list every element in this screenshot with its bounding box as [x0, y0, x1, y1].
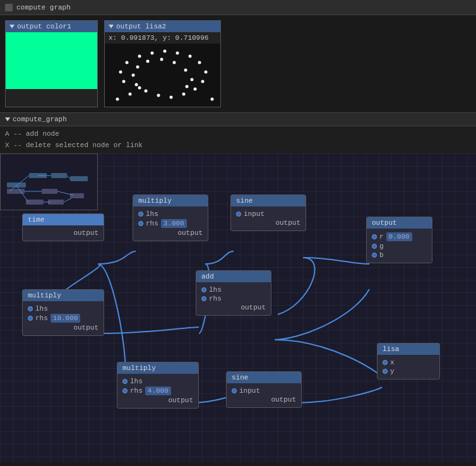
- svg-point-6: [151, 52, 154, 55]
- port-m2-rhs-dot: [28, 316, 33, 321]
- node-time[interactable]: time output: [22, 213, 104, 241]
- scatter-coords: x: 0.991873, y: 0.710996: [105, 32, 220, 44]
- output-lisa2-panel: output lisa2 x: 0.991873, y: 0.710996: [104, 20, 221, 107]
- color-preview: [6, 32, 97, 89]
- svg-point-1: [138, 87, 141, 90]
- output-lisa2-label: output lisa2: [116, 23, 166, 30]
- port-m2-rhs: rhs 10.000: [28, 314, 98, 323]
- svg-point-24: [184, 69, 187, 72]
- node-lisa-body: x y: [378, 355, 439, 379]
- port-m1-rhs: rhs 3.000: [138, 219, 203, 228]
- port-add-lhs-label: lhs: [209, 286, 222, 294]
- node-sine2-body: input output: [227, 383, 301, 407]
- scatter-canvas: [105, 44, 220, 107]
- port-m2-rhs-label: rhs: [35, 314, 48, 322]
- port-s2-output: output: [232, 396, 296, 403]
- port-s2-input-label: input: [239, 387, 260, 395]
- svg-point-28: [116, 98, 119, 101]
- port-m3-rhs-label: rhs: [130, 387, 143, 395]
- port-rgb-g: g: [372, 242, 427, 250]
- port-m3-lhs-label: lhs: [130, 378, 143, 385]
- port-lisa-x-label: x: [390, 359, 395, 366]
- output-color1-label: output color1: [17, 23, 71, 30]
- node-add1[interactable]: add lhs rhs output: [196, 270, 271, 316]
- graph-instructions: A -- add node X -- delete selected node …: [0, 126, 476, 153]
- svg-point-2: [122, 80, 126, 83]
- svg-line-29: [16, 176, 29, 186]
- node-multiply1-header: multiply: [133, 195, 208, 206]
- port-m1-rhs-value[interactable]: 3.000: [161, 219, 187, 228]
- collapse-icon-2[interactable]: [109, 25, 114, 28]
- port-rgb-r-value[interactable]: 0.000: [386, 232, 412, 241]
- node-multiply1[interactable]: multiply lhs rhs 3.000 output: [133, 194, 208, 241]
- port-m3-rhs-value[interactable]: 4.000: [145, 386, 171, 395]
- port-lisa-x: x: [383, 359, 434, 366]
- svg-point-14: [182, 93, 186, 96]
- port-time-output-label: output: [73, 229, 98, 237]
- app-icon: [5, 4, 13, 11]
- svg-point-17: [145, 90, 148, 93]
- port-lisa-y-label: y: [390, 367, 395, 375]
- graph-canvas[interactable]: time output multiply lhs rhs 3.000: [0, 153, 476, 463]
- node-output-rgb-body: r 0.000 g b: [367, 229, 432, 263]
- instruction-delete: X -- delete selected node or link: [5, 140, 471, 152]
- port-add-rhs-dot: [201, 296, 206, 301]
- node-sine2[interactable]: sine input output: [226, 371, 302, 408]
- port-rgb-b-label: b: [379, 251, 384, 259]
- port-rgb-b: b: [372, 251, 427, 259]
- node-multiply3-body: lhs rhs 4.000 output: [117, 374, 198, 408]
- graph-header: compute_graph: [0, 113, 476, 126]
- svg-point-9: [189, 55, 192, 58]
- svg-point-23: [173, 61, 176, 64]
- svg-point-21: [146, 60, 150, 63]
- port-m2-rhs-value[interactable]: 10.000: [51, 314, 81, 323]
- instruction-add: A -- add node: [5, 129, 471, 140]
- title-bar-text: compute graph: [16, 4, 71, 11]
- top-panels: output color1 output lisa2 x: 0.991873, …: [0, 15, 476, 112]
- svg-point-0: [129, 93, 132, 96]
- port-s1-output: output: [236, 219, 300, 227]
- graph-title: compute_graph: [13, 116, 67, 123]
- port-m1-lhs-label: lhs: [146, 210, 158, 218]
- node-multiply2-header: multiply: [23, 290, 104, 301]
- port-rgb-r-dot: [372, 234, 377, 239]
- port-m1-output: output: [138, 229, 203, 237]
- port-add-rhs: rhs: [201, 295, 266, 302]
- node-output-rgb-header: output: [367, 217, 432, 229]
- svg-point-27: [211, 98, 214, 101]
- node-sine1-header: sine: [231, 195, 306, 206]
- port-s2-output-label: output: [271, 396, 296, 403]
- port-rgb-g-label: g: [379, 242, 384, 250]
- node-multiply3[interactable]: multiply lhs rhs 4.000 output: [117, 362, 199, 409]
- port-rgb-r: r 0.000: [372, 232, 427, 241]
- svg-line-32: [67, 176, 70, 179]
- collapse-icon[interactable]: [9, 25, 15, 28]
- port-lisa-y-dot: [383, 369, 388, 374]
- port-m3-rhs-dot: [122, 388, 128, 393]
- port-time-output: output: [28, 229, 98, 237]
- port-m3-lhs-dot: [122, 379, 128, 384]
- svg-point-4: [126, 61, 129, 64]
- svg-line-30: [9, 186, 16, 191]
- svg-point-25: [191, 78, 194, 81]
- port-rgb-r-label: r: [379, 233, 384, 241]
- svg-point-12: [201, 80, 205, 83]
- node-sine1-body: input output: [231, 206, 306, 230]
- port-m3-lhs: lhs: [122, 378, 193, 385]
- svg-line-34: [57, 191, 73, 195]
- node-multiply2[interactable]: multiply lhs rhs 10.000 output: [22, 289, 104, 336]
- svg-point-16: [157, 94, 160, 97]
- node-output-rgb[interactable]: output r 0.000 g b: [366, 217, 432, 263]
- node-lisa[interactable]: lisa x y: [377, 343, 440, 379]
- node-lisa-header: lisa: [378, 344, 439, 355]
- node-sine1[interactable]: sine input output: [230, 194, 306, 231]
- svg-point-13: [194, 88, 197, 91]
- graph-collapse-icon[interactable]: [5, 117, 10, 121]
- scatter-svg: [105, 44, 220, 107]
- svg-point-26: [186, 85, 189, 88]
- port-m2-lhs-dot: [28, 306, 33, 311]
- svg-point-22: [160, 58, 164, 61]
- svg-line-37: [64, 198, 71, 202]
- graph-section: compute_graph A -- add node X -- delete …: [0, 112, 476, 463]
- port-s1-output-label: output: [275, 219, 300, 227]
